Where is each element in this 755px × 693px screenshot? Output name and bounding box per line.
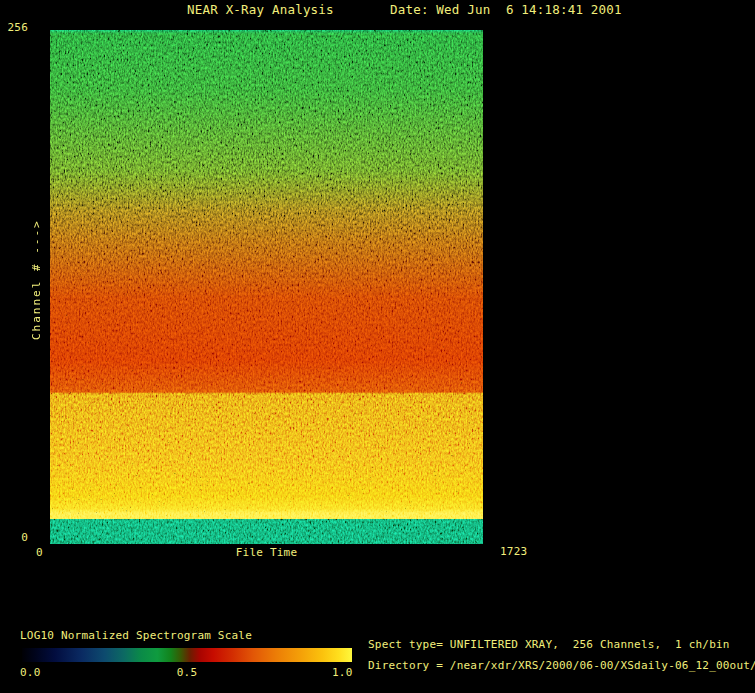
colorbar-gradient	[22, 648, 352, 662]
y-axis-label: Channel # --->	[30, 196, 46, 364]
page-title: NEAR X-Ray Analysis	[187, 3, 334, 16]
y-axis-min-tick: 0	[2, 531, 28, 544]
spectrogram-plot	[50, 30, 483, 544]
colorbar-tick-right: 1.0	[332, 666, 352, 679]
colorbar-tick-left: 0.0	[20, 666, 40, 679]
xray-analysis-window: NEAR X-Ray Analysis Date: Wed Jun 6 14:1…	[0, 0, 755, 693]
x-axis-max-tick: 1723	[500, 545, 527, 558]
date-label: Date: Wed Jun 6 14:18:41 2001	[390, 3, 622, 16]
x-axis-label: File Time	[50, 546, 483, 559]
spectrogram-speckle-texture	[50, 30, 483, 519]
spect-type-text: Spect type= UNFILTERED XRAY, 256 Channel…	[368, 638, 730, 651]
y-axis-max-tick: 256	[2, 21, 28, 34]
directory-text: Directory = /near/xdr/XRS/2000/06-00/XSd…	[368, 659, 755, 672]
colorbar-title: LOG10 Normalized Spectrogram Scale	[20, 629, 252, 642]
colorbar-tick-mid: 0.5	[167, 666, 207, 679]
x-axis-min-tick: 0	[36, 546, 43, 559]
